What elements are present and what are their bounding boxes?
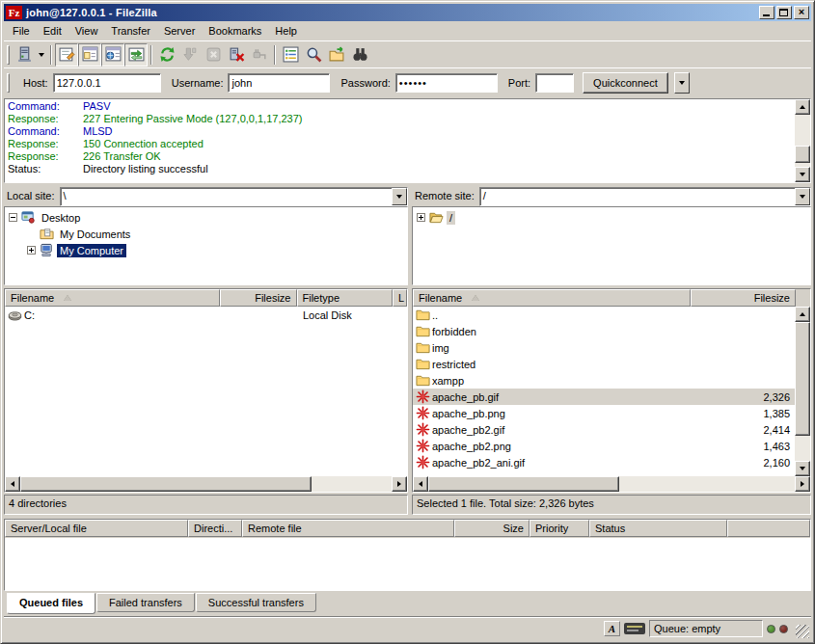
find-button[interactable] — [302, 43, 325, 67]
menu-edit[interactable]: Edit — [37, 23, 68, 40]
queue-list[interactable] — [5, 538, 810, 590]
filter-button[interactable] — [279, 43, 302, 67]
remote-tree-item--[interactable]: / — [413, 209, 810, 226]
file-row-apache-pb.png[interactable]: apache_pb.png1,385 — [413, 405, 795, 421]
file-row-c-[interactable]: C:Local Disk — [5, 307, 407, 323]
minimize-button[interactable] — [759, 6, 774, 19]
message-log-vscrollbar[interactable] — [795, 99, 810, 182]
port-label: Port: — [508, 77, 530, 89]
quickbar-grip[interactable] — [7, 73, 10, 93]
column-header-size[interactable]: Size — [454, 520, 530, 537]
site-manager-button[interactable] — [13, 43, 36, 67]
directory-comparison-button[interactable] — [348, 43, 371, 67]
column-header-filesize[interactable]: Filesize — [220, 289, 297, 307]
column-header-label: Directi... — [194, 523, 232, 534]
menu-transfer[interactable]: Transfer — [104, 23, 157, 40]
column-header-filesize[interactable]: Filesize — [691, 289, 796, 307]
remote-site-dropdown-button[interactable] — [795, 188, 810, 205]
file-row-..[interactable]: .. — [413, 307, 795, 323]
quickconnect-button[interactable]: Quickconnect — [583, 72, 668, 94]
scroll-thumb[interactable] — [428, 476, 619, 492]
cancel-button[interactable] — [202, 43, 225, 67]
tree-expander-plus-icon[interactable] — [27, 246, 36, 255]
quickconnect-dropdown-button[interactable] — [674, 72, 690, 94]
local-site-dropdown-button[interactable] — [392, 188, 407, 205]
scroll-left-button[interactable] — [5, 476, 20, 492]
local-tree-item-my-documents[interactable]: My Documents — [5, 226, 407, 242]
column-header-directi-[interactable]: Directi... — [188, 520, 242, 537]
column-header-l[interactable]: L — [393, 289, 407, 307]
filename-text: apache_pb2_ani.gif — [432, 457, 525, 469]
scroll-right-button[interactable] — [795, 476, 810, 492]
chevron-down-icon — [679, 81, 685, 85]
site-manager-dropdown-button[interactable] — [36, 43, 47, 67]
synchronized-browsing-button[interactable] — [325, 43, 348, 67]
scroll-right-button[interactable] — [392, 476, 407, 492]
column-header-filename[interactable]: Filename — [413, 289, 691, 307]
scroll-left-button[interactable] — [413, 476, 428, 492]
speed-limits-icon[interactable] — [624, 623, 645, 634]
remote-site-combo[interactable]: / — [479, 187, 811, 206]
menu-view[interactable]: View — [68, 23, 105, 40]
file-row-restricted[interactable]: restricted — [413, 356, 795, 372]
column-header-priority[interactable]: Priority — [530, 520, 589, 537]
refresh-button[interactable] — [155, 43, 178, 67]
file-row-forbidden[interactable]: forbidden — [413, 323, 795, 339]
file-row-apache-pb2.png[interactable]: apache_pb2.png1,463 — [413, 438, 795, 454]
file-row-apache-pb.gif[interactable]: apache_pb.gif2,326 — [413, 389, 795, 405]
file-row-img[interactable]: img — [413, 339, 795, 356]
username-input[interactable] — [228, 73, 330, 93]
data-type-indicator-icon[interactable]: A — [604, 621, 620, 636]
column-header-filename[interactable]: Filename — [5, 289, 220, 307]
local-list-hscrollbar[interactable] — [5, 476, 407, 492]
filesize-cell: 1,385 — [690, 405, 795, 421]
log-line: Response:150 Connection accepted — [8, 138, 792, 150]
local-tree-item-desktop[interactable]: Desktop — [5, 209, 407, 226]
tab-successful-transfers[interactable]: Successful transfers — [196, 593, 316, 612]
file-row-apache-pb2-ani.gif[interactable]: apache_pb2_ani.gif2,160 — [413, 454, 795, 470]
column-header-blank[interactable] — [727, 520, 810, 537]
toggle-local-tree-button[interactable] — [78, 43, 101, 67]
menu-file[interactable]: File — [6, 23, 37, 40]
menu-server[interactable]: Server — [157, 23, 202, 40]
scroll-up-button[interactable] — [795, 307, 810, 322]
reconnect-button[interactable] — [248, 43, 271, 67]
process-queue-button[interactable] — [178, 43, 202, 67]
local-tree-item-my-computer[interactable]: My Computer — [5, 242, 407, 258]
scroll-down-button[interactable] — [795, 167, 810, 182]
remote-list-hscrollbar[interactable] — [413, 476, 810, 492]
maximize-button[interactable] — [776, 6, 792, 19]
toggle-message-log-button[interactable] — [55, 43, 78, 67]
password-input[interactable] — [395, 73, 498, 93]
scroll-thumb[interactable] — [20, 476, 312, 492]
tab-queued-files[interactable]: Queued files — [7, 593, 95, 614]
scroll-down-button[interactable] — [795, 461, 810, 476]
toggle-remote-tree-button[interactable] — [101, 43, 124, 67]
tab-failed-transfers[interactable]: Failed transfers — [96, 593, 195, 612]
local-site-combo[interactable]: \ — [60, 187, 408, 206]
remote-list-vscrollbar[interactable] — [795, 307, 810, 476]
scroll-up-button[interactable] — [795, 99, 810, 115]
filename-cell: apache_pb2_ani.gif — [413, 454, 690, 470]
column-header-filetype[interactable]: Filetype — [297, 289, 394, 307]
close-button[interactable]: × — [794, 6, 809, 19]
toolbar-grip[interactable] — [7, 45, 10, 65]
port-input[interactable] — [535, 73, 574, 93]
toggle-transfer-queue-button[interactable] — [124, 43, 148, 67]
menu-bookmarks[interactable]: Bookmarks — [202, 23, 268, 40]
file-row-xampp[interactable]: xampp — [413, 372, 795, 389]
filename-cell: xampp — [413, 372, 690, 389]
disconnect-button[interactable] — [225, 43, 248, 67]
column-header-server-local-file[interactable]: Server/Local file — [5, 520, 188, 537]
resize-grip[interactable] — [796, 625, 809, 638]
column-header-status[interactable]: Status — [589, 520, 727, 537]
tree-expander-plus-icon[interactable] — [417, 213, 425, 222]
menu-help[interactable]: Help — [268, 23, 304, 40]
scroll-thumb[interactable] — [795, 146, 810, 163]
host-input[interactable] — [53, 73, 161, 93]
file-row-apache-pb2.gif[interactable]: apache_pb2.gif2,414 — [413, 421, 795, 438]
tree-expander-minus-icon[interactable] — [9, 213, 17, 222]
column-header-remote-file[interactable]: Remote file — [242, 520, 454, 537]
local-site-path: \ — [61, 188, 392, 205]
scroll-thumb[interactable] — [795, 322, 810, 436]
